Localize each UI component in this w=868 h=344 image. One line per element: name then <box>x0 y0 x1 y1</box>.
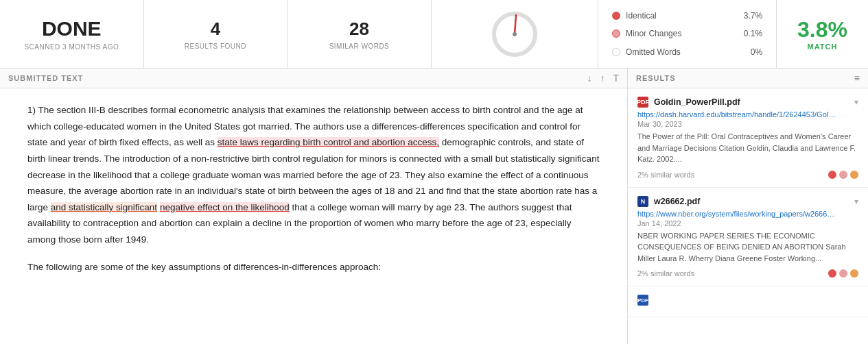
status-block: DONE SCANNED 3 MONTHS AGO <box>0 0 144 68</box>
stat-row-identical: Identical 3.7% <box>612 11 762 21</box>
paragraph-1: 1) The section III-B describes formal ec… <box>27 102 600 248</box>
dot-red-1 <box>828 171 836 179</box>
dot-minor <box>612 29 620 38</box>
result-1-chevron[interactable]: ▾ <box>854 97 858 107</box>
dot-identical <box>612 12 620 20</box>
stats-section: DONE SCANNED 3 MONTHS AGO 4 RESULTS FOUN… <box>0 0 598 68</box>
result-2-similar-label: 2% similar words <box>637 269 694 278</box>
text-format-icon[interactable]: T <box>613 73 619 84</box>
right-stats-panel: Identical 3.7% Minor Changes 0.1% Omitte… <box>598 0 777 68</box>
result-1-similar-label: 2% similar words <box>637 171 694 179</box>
result-3-title-row: PDF <box>637 295 648 306</box>
dot-orange-1 <box>850 171 858 179</box>
result-1-url[interactable]: https://dash.harvard.edu/bitstream/handl… <box>637 110 836 119</box>
dot-orange-2 <box>850 269 858 278</box>
svg-point-3 <box>513 32 517 36</box>
stat-label-omitted: Omitted Words <box>626 47 745 57</box>
similar-words-block: 28 SIMILAR WORDS <box>288 0 432 68</box>
result-1-date: Mar 30, 2023 <box>637 120 858 128</box>
header-icons: ↓ ↑ T <box>587 73 619 84</box>
text-panel-header: SUBMITTED TEXT ↓ ↑ T <box>0 69 627 88</box>
result-3-icon: PDF <box>637 295 648 306</box>
results-panel-header: RESULTS ≡ <box>628 69 868 88</box>
text-panel-title: SUBMITTED TEXT <box>8 74 83 82</box>
filter-icon[interactable]: ≡ <box>854 73 860 84</box>
similar-words-sub: SIMILAR WORDS <box>329 42 390 50</box>
result-2-title-row: N w26662.pdf <box>637 196 700 207</box>
result-item-2: N w26662.pdf ▾ https://www.nber.org/syst… <box>628 188 868 287</box>
results-panel: RESULTS ≡ PDF Goldin_PowerPill.pdf ▾ htt… <box>628 69 868 344</box>
result-item-1: PDF Goldin_PowerPill.pdf ▾ https://dash.… <box>628 88 868 188</box>
result-2-footer: 2% similar words <box>637 269 858 278</box>
stat-label-identical: Identical <box>626 11 738 21</box>
result-1-excerpt: The Power of the Pill: Oral Contraceptiv… <box>637 131 858 165</box>
result-2-url[interactable]: https://www.nber.org/system/files/workin… <box>637 210 836 218</box>
main-area: SUBMITTED TEXT ↓ ↑ T 1) The section III-… <box>0 69 868 344</box>
match-percentage: 3.8% <box>797 17 847 42</box>
scroll-up-icon[interactable]: ↑ <box>600 73 605 84</box>
scroll-down-icon[interactable]: ↓ <box>587 73 591 84</box>
match-block: 3.8% MATCH <box>777 0 868 68</box>
stat-value-omitted: 0% <box>751 47 762 57</box>
highlight-state-laws: state laws regarding birth control and a… <box>218 137 439 147</box>
stat-value-identical: 3.7% <box>744 11 762 21</box>
result-2-dots <box>828 269 858 278</box>
stat-row-minor: Minor Changes 0.1% <box>612 29 762 38</box>
paragraph-2: The following are some of the key assump… <box>27 259 600 275</box>
results-title: RESULTS <box>636 74 676 82</box>
match-label: MATCH <box>808 42 838 51</box>
dot-pink-2 <box>839 269 847 278</box>
gauge-block <box>432 0 598 68</box>
result-1-dots <box>828 171 858 179</box>
result-1-header: PDF Goldin_PowerPill.pdf ▾ <box>637 97 858 108</box>
dot-red-2 <box>828 269 836 278</box>
result-1-filename: Goldin_PowerPill.pdf <box>654 97 740 107</box>
dot-pink-1 <box>839 171 847 179</box>
status-sub: SCANNED 3 MONTHS AGO <box>24 43 119 51</box>
result-1-title-row: PDF Goldin_PowerPill.pdf <box>637 97 740 108</box>
top-bar: DONE SCANNED 3 MONTHS AGO 4 RESULTS FOUN… <box>0 0 868 69</box>
text-panel: SUBMITTED TEXT ↓ ↑ T 1) The section III-… <box>0 69 628 344</box>
result-3-header: PDF <box>637 295 858 306</box>
svg-line-2 <box>515 15 516 34</box>
stat-value-minor: 0.1% <box>744 29 762 38</box>
results-list: PDF Goldin_PowerPill.pdf ▾ https://dash.… <box>628 88 868 344</box>
result-item-3: PDF <box>628 286 868 317</box>
stat-label-minor: Minor Changes <box>626 29 738 38</box>
results-count-block: 4 RESULTS FOUND <box>144 0 288 68</box>
result-2-date: Jan 14, 2022 <box>637 219 858 228</box>
results-sub: RESULTS FOUND <box>185 42 246 50</box>
result-1-footer: 2% similar words <box>637 171 858 179</box>
result-2-excerpt: NBER WORKING PAPER SERIES THE ECONOMIC C… <box>637 230 858 265</box>
result-2-header: N w26662.pdf ▾ <box>637 196 858 207</box>
highlight-and-statistically: and statistically significant <box>51 202 157 212</box>
result-2-filename: w26662.pdf <box>654 197 700 206</box>
result-1-icon: PDF <box>637 97 648 108</box>
stat-row-omitted: Omitted Words 0% <box>612 47 762 57</box>
status-label: DONE <box>42 17 102 40</box>
result-2-chevron[interactable]: ▾ <box>854 197 858 206</box>
results-count: 4 <box>211 19 220 40</box>
similar-words-count: 28 <box>349 19 369 40</box>
gauge-chart <box>487 7 542 62</box>
dot-omitted <box>612 48 620 56</box>
highlight-negative-effect: negative effect on the likelihood <box>160 202 290 212</box>
text-content-area: 1) The section III-B describes formal ec… <box>0 88 627 344</box>
result-2-icon: N <box>637 196 648 207</box>
